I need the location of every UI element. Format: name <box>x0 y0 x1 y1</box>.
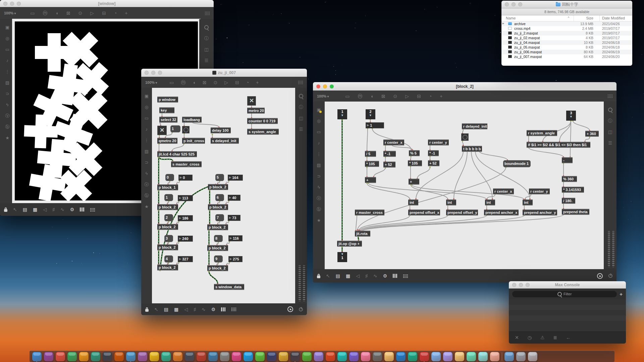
close-button[interactable] <box>316 84 320 88</box>
playbar-icon[interactable]: ▷ <box>405 94 409 99</box>
layers-icon[interactable]: ▩ <box>174 307 178 312</box>
message-box[interactable]: 7 <box>215 214 224 221</box>
dock-icon-app-21[interactable] <box>279 352 288 361</box>
object-box[interactable]: jit.op @op + <box>337 241 362 247</box>
object-box[interactable]: * 105 <box>365 161 379 167</box>
mute-icon[interactable]: ◁ <box>43 207 47 212</box>
plug-icon[interactable]: ϟ <box>146 171 148 176</box>
favorites-star-icon[interactable]: ★ <box>145 204 149 209</box>
object-box[interactable]: jit.lcd 4 char 525 525 <box>157 151 197 157</box>
image-icon[interactable]: ▨ <box>5 80 9 85</box>
object-box[interactable]: * -1 <box>383 151 396 157</box>
lock-icon[interactable] <box>145 309 149 312</box>
search-icon[interactable] <box>204 25 209 29</box>
object-box[interactable]: p block_2 <box>207 245 228 251</box>
number-box[interactable]: ▶40 <box>228 195 240 201</box>
patcher-canvas[interactable]: 1▼2▼3▼▶1r center_xr center_y/ 5* -1% 5* … <box>325 102 604 269</box>
layers-icon[interactable]: ▩ <box>33 207 37 212</box>
object-box[interactable]: t b b b b b <box>462 146 482 152</box>
object-box[interactable]: / 5 <box>365 151 376 157</box>
info-icon[interactable]: ⓘ <box>204 36 209 41</box>
object-box[interactable]: * 3.141593 <box>562 187 584 193</box>
button-box[interactable] <box>461 133 469 141</box>
opengl-cube-icon[interactable]: ▣ <box>145 94 149 98</box>
target-icon[interactable]: ◎ <box>5 36 9 41</box>
dock-icon-app-12[interactable] <box>173 352 182 361</box>
object-box[interactable]: + 360 <box>585 131 599 137</box>
snap-grid-icon[interactable] <box>607 94 612 98</box>
object-box[interactable]: p block_2 <box>208 204 228 210</box>
warnings-icon[interactable]: ⚠ <box>540 335 545 340</box>
object-box[interactable]: counter 0 0 719 <box>247 118 278 124</box>
number-box[interactable]: ▶240 <box>178 236 193 242</box>
toggle-box[interactable]: ✕ <box>247 96 256 106</box>
jog-icon[interactable]: ▭ <box>5 47 9 52</box>
number-tool-icon[interactable]: ⊟ <box>235 80 239 85</box>
patchcords-icon[interactable]: ∿ <box>202 307 206 312</box>
lock-icon[interactable] <box>317 276 320 278</box>
power-icon[interactable] <box>299 307 303 311</box>
add-icon[interactable]: + <box>256 80 259 85</box>
object-m-icon[interactable]: ⓜ <box>358 94 362 99</box>
pack-keys-icon[interactable] <box>90 208 95 212</box>
patchcords-icon[interactable]: ∿ <box>373 274 377 278</box>
outlet-box[interactable]: ▼1 <box>337 252 347 262</box>
dock-icon-app-16[interactable] <box>220 352 229 361</box>
playbar-icon[interactable]: ▷ <box>90 11 94 15</box>
dock-icon-app-25[interactable] <box>326 352 335 361</box>
message-box[interactable]: 1 <box>170 125 180 132</box>
snap-grid-icon[interactable] <box>205 11 210 15</box>
object-box[interactable]: p block_1 <box>157 184 178 190</box>
info-icon[interactable]: ⓘ <box>608 119 612 123</box>
select-arrow-icon[interactable]: ↖ <box>13 207 17 212</box>
dock-icon-app-15[interactable] <box>208 352 218 361</box>
select-arrow-icon[interactable]: ↖ <box>154 307 158 312</box>
number-box[interactable]: ▶0 <box>178 175 193 181</box>
zoom-button[interactable] <box>526 283 530 287</box>
column-divider[interactable] <box>574 15 574 21</box>
dock-icon-app-35[interactable] <box>443 352 452 361</box>
grid-icon[interactable]: ♯ <box>194 307 196 312</box>
toggle-tool-icon[interactable]: ⊠ <box>66 11 70 15</box>
presentation-icon[interactable]: ▤ <box>164 307 168 312</box>
clock-icon[interactable]: ◔ <box>114 11 117 15</box>
dock-icon-app-33[interactable] <box>420 352 429 361</box>
object-box[interactable]: prepend anchor_y <box>523 209 557 216</box>
object-box[interactable]: + 52 <box>383 162 395 168</box>
dock-icon-app-18[interactable] <box>244 352 253 361</box>
comment-icon[interactable]: ◖ <box>55 11 58 15</box>
split-view-icon[interactable]: ◫ <box>204 47 208 52</box>
jump-arrow-icon[interactable]: ← <box>566 335 571 340</box>
message-box[interactable]: 2 <box>164 214 173 221</box>
dock-icon-app-5[interactable] <box>91 352 100 361</box>
object-box[interactable]: p window <box>157 97 178 103</box>
object-box[interactable]: qmetro 20 <box>157 138 177 144</box>
object-box[interactable]: r center_y <box>529 188 550 194</box>
object-box[interactable]: delay 100 <box>211 127 231 133</box>
target-icon[interactable]: ◎ <box>145 105 148 109</box>
beap-icon[interactable]: ⓑ <box>5 125 10 129</box>
toggle-box[interactable]: ✕ <box>157 126 167 135</box>
number-box[interactable]: ▶186 <box>178 215 193 221</box>
object-box[interactable]: r center_y <box>428 139 449 145</box>
pack-keys-icon[interactable] <box>403 274 408 278</box>
presentation-icon[interactable]: ▤ <box>23 207 27 212</box>
inlet-box[interactable]: 3▼ <box>566 111 576 121</box>
dock-icon-folder-applications[interactable] <box>504 352 514 361</box>
file-row[interactable]: cross.mp42.4 MB2019/07/17 <box>501 26 632 31</box>
object-box[interactable]: p block_2 <box>157 224 178 230</box>
traffic-lights[interactable] <box>145 71 162 75</box>
object-box[interactable]: int <box>485 199 495 205</box>
dock-icon-app-14[interactable] <box>197 352 206 361</box>
dock-icon-app-36[interactable] <box>455 352 464 361</box>
inspector-gear-icon[interactable]: ⚙ <box>70 207 74 212</box>
comment-icon[interactable]: ◖ <box>193 80 195 85</box>
object-box[interactable]: s system_angle <box>247 129 279 135</box>
add-icon[interactable]: + <box>125 11 127 15</box>
object-box[interactable]: select 32 <box>159 117 177 123</box>
playbar-icon[interactable]: ▷ <box>224 80 228 85</box>
traffic-lights[interactable] <box>512 283 530 287</box>
audition-play-icon[interactable] <box>597 273 603 279</box>
toggle-tool-icon[interactable]: ⊠ <box>203 80 207 85</box>
object-box[interactable]: s delayed_init <box>211 138 239 144</box>
